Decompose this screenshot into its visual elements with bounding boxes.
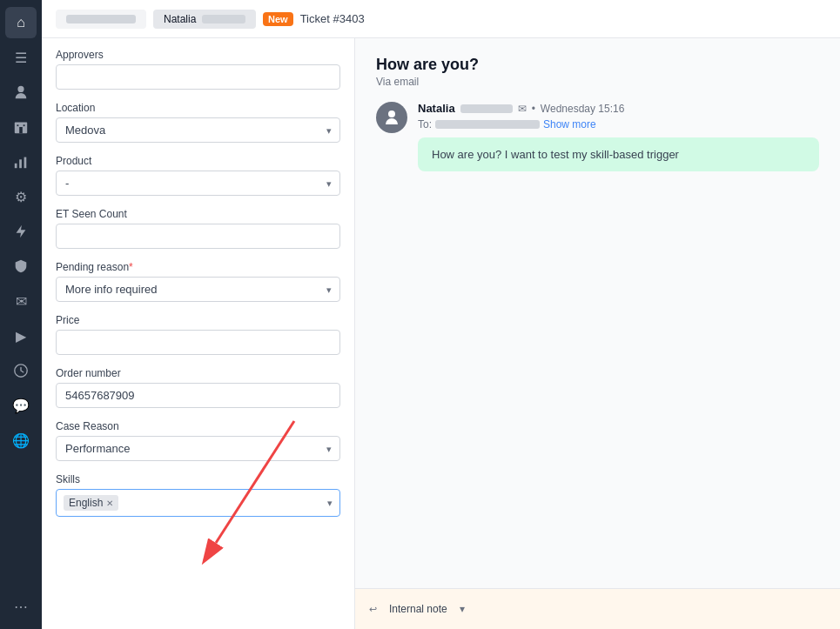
sender-avatar xyxy=(376,102,407,133)
case-reason-select[interactable]: Performance xyxy=(56,436,340,461)
settings-icon[interactable]: ⚙ xyxy=(5,181,37,212)
order-number-input[interactable] xyxy=(56,383,340,408)
building-icon[interactable] xyxy=(5,111,37,143)
message-header: Natalia ✉ • Wednesday 15:16 xyxy=(418,102,819,115)
chart-icon[interactable] xyxy=(5,146,37,177)
svg-rect-2 xyxy=(17,124,19,126)
location-field: Location Medova ▾ xyxy=(56,102,340,143)
product-field: Product - ▾ xyxy=(56,155,340,196)
price-field: Price xyxy=(56,314,340,355)
conversation-subtitle: Via email xyxy=(376,76,819,88)
svg-rect-3 xyxy=(24,124,25,126)
to-address-redacted xyxy=(435,120,540,129)
home-icon[interactable]: ⌂ xyxy=(5,7,37,38)
svg-rect-5 xyxy=(19,159,22,168)
tag-close-icon[interactable]: ✕ xyxy=(106,499,113,508)
message-to-line: To: Show more xyxy=(418,118,819,130)
main-content: Natalia New Ticket #3403 Approvers Locat… xyxy=(42,0,840,629)
product-select-wrapper: - ▾ xyxy=(56,171,340,196)
dot-separator: • xyxy=(532,103,535,115)
more-icon[interactable]: ⋯ xyxy=(5,591,37,622)
skills-field: Skills English ✕ ▾ xyxy=(56,473,340,517)
order-number-label: Order number xyxy=(56,367,340,379)
message-time: Wednesday 15:16 xyxy=(541,103,625,115)
right-panel: How are you? Via email Natalia ✉ • Wedne… xyxy=(355,38,840,629)
play-icon[interactable]: ▶ xyxy=(5,320,37,351)
email-icon: ✉ xyxy=(518,103,527,115)
shield-icon[interactable] xyxy=(5,251,37,282)
message-content: Natalia ✉ • Wednesday 15:16 To: Show mor… xyxy=(418,102,819,171)
new-badge: New xyxy=(263,12,293,26)
price-input[interactable] xyxy=(56,330,340,355)
sender-email-redacted xyxy=(460,104,513,113)
body-area: Approvers Location Medova ▾ Product - xyxy=(42,38,840,629)
sender-name: Natalia xyxy=(418,102,455,115)
case-reason-label: Case Reason xyxy=(56,420,340,432)
price-label: Price xyxy=(56,314,340,326)
pending-reason-select[interactable]: More info required xyxy=(56,277,340,302)
approvers-label: Approvers xyxy=(56,49,340,61)
required-star: * xyxy=(129,261,133,273)
location-select-wrapper: Medova ▾ xyxy=(56,117,340,143)
to-label: To: xyxy=(418,118,432,130)
location-select[interactable]: Medova xyxy=(56,117,340,143)
tab-redacted[interactable] xyxy=(56,10,146,29)
pending-reason-select-wrapper: More info required ▾ xyxy=(56,277,340,302)
et-seen-field: ET Seen Count xyxy=(56,208,340,249)
reply-tab-icon: ↩ xyxy=(369,604,377,615)
et-seen-label: ET Seen Count xyxy=(56,208,340,220)
reply-area: ↩ Internal note ▾ xyxy=(355,588,840,629)
svg-rect-6 xyxy=(24,157,27,169)
message-bubble: How are you? I want to test my skill-bas… xyxy=(418,137,819,171)
message-text: How are you? I want to test my skill-bas… xyxy=(432,148,679,161)
product-select[interactable]: - xyxy=(56,171,340,196)
skills-select-arrow: ▾ xyxy=(327,498,333,509)
conversation-area: How are you? Via email Natalia ✉ • Wedne… xyxy=(355,38,840,588)
internal-note-tab[interactable]: Internal note xyxy=(380,599,456,619)
conversation-title: How are you? xyxy=(376,56,819,74)
left-panel: Approvers Location Medova ▾ Product - xyxy=(42,38,355,629)
message-block: Natalia ✉ • Wednesday 15:16 To: Show mor… xyxy=(376,102,819,171)
ticket-number: Ticket #3403 xyxy=(300,12,365,25)
case-reason-field: Case Reason Performance ▾ xyxy=(56,420,340,461)
reply-tab-bar: ↩ Internal note ▾ xyxy=(369,599,826,619)
svg-rect-1 xyxy=(19,127,23,133)
lightning-icon[interactable] xyxy=(5,216,37,247)
approvers-input[interactable] xyxy=(56,64,340,90)
globe-icon[interactable]: 🌐 xyxy=(5,425,37,456)
tag-label: English xyxy=(69,497,103,509)
show-more-link[interactable]: Show more xyxy=(543,118,596,130)
mail-icon[interactable]: ✉ xyxy=(5,285,37,317)
skills-tag-input[interactable]: English ✕ ▾ xyxy=(56,489,340,517)
top-bar: Natalia New Ticket #3403 xyxy=(42,0,840,38)
et-seen-input[interactable] xyxy=(56,224,340,249)
clock-icon[interactable] xyxy=(5,355,37,386)
nav-sidebar: ⌂ ☰ ⚙ ✉ ▶ 💬 🌐 ⋯ xyxy=(0,0,42,629)
pending-reason-label: Pending reason* xyxy=(56,261,340,273)
pending-reason-field: Pending reason* More info required ▾ xyxy=(56,261,340,302)
chat-icon[interactable]: 💬 xyxy=(5,390,37,421)
location-label: Location xyxy=(56,102,340,114)
list-icon[interactable]: ☰ xyxy=(5,42,37,73)
order-number-field: Order number xyxy=(56,367,340,408)
approvers-field: Approvers xyxy=(56,49,340,90)
users-icon[interactable] xyxy=(5,77,37,108)
product-label: Product xyxy=(56,155,340,167)
skills-label: Skills xyxy=(56,473,340,485)
tab-natalia[interactable]: Natalia xyxy=(153,10,256,29)
case-reason-select-wrapper: Performance ▾ xyxy=(56,436,340,461)
tab-chevron: ▾ xyxy=(460,603,465,615)
english-tag[interactable]: English ✕ xyxy=(64,495,118,511)
svg-rect-4 xyxy=(15,164,17,168)
